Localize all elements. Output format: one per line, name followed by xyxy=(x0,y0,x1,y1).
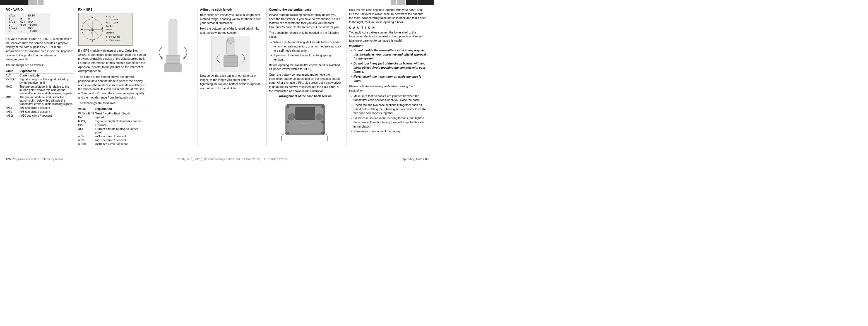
vario-min-label: MIN+500m xyxy=(27,27,38,33)
vario-table-body: ALTCurrent altitudeRXSQSignal strength o… xyxy=(6,73,74,118)
bar-block-1 xyxy=(0,0,17,5)
gps-explanation-cell: m/1 sec climb / descent xyxy=(95,134,147,138)
vario-explanation-cell: The pre-set altitude limit below the lau… xyxy=(20,95,74,106)
gps-description-2: The centre of the screen shows the curre… xyxy=(78,75,147,99)
vario-explanation-cell: m/3 sec climb / descent xyxy=(20,110,74,114)
footer-left: 126 Program description: Telemetry menu xyxy=(6,157,63,161)
vario-table-row: MINThe pre-set altitude limit below the … xyxy=(6,95,74,106)
bar-block-3 xyxy=(29,0,37,5)
opening-title: Opening the transmitter case xyxy=(269,8,342,11)
vario-table: Value Explanation ALTCurrent altitudeRXS… xyxy=(6,69,74,118)
svg-text:ALT    +500m: ALT +500m xyxy=(106,22,118,24)
vario-value-cell: MIN xyxy=(6,95,20,106)
vario-max-label: MAX+500m xyxy=(27,20,38,27)
vario-table-row: MAXThe pre-set altitude limit relative t… xyxy=(6,85,74,95)
separator-1 xyxy=(197,8,198,146)
vario-value-cell: RXSQ xyxy=(6,77,20,85)
footer-right-title: Operating Notes xyxy=(402,157,424,161)
vario-m1s-label: m/1s0 xyxy=(7,14,18,20)
adjusting-para3: Now screw the stick top in or out (short… xyxy=(200,74,261,90)
vario-table-row: ALTCurrent altitude xyxy=(6,73,74,77)
gps-explanation-cell: Signal strength of downlink channel xyxy=(95,119,147,123)
svg-rect-31 xyxy=(224,56,238,67)
gps-table-header: Value Explanation xyxy=(78,107,147,111)
vario-value-cell: m/1s xyxy=(6,106,20,110)
vario-m10s-label: m/10s0 xyxy=(7,27,18,33)
vario-table-header: Value Explanation xyxy=(6,69,74,73)
gps-table-row: W / N / E / SWest / North / East / South xyxy=(78,111,147,115)
opening-para3: Before opening the transmitter check tha… xyxy=(269,63,342,71)
bar-block-5 xyxy=(391,0,396,5)
footer-right: Operating Notes 83 xyxy=(402,157,429,161)
opening-bullets: When a self-neutralising stick needs to … xyxy=(269,40,342,61)
separator-2 xyxy=(267,8,267,146)
vario-h-label: H xyxy=(18,14,27,20)
svg-point-40 xyxy=(288,114,294,120)
opening-para2: The transmitter should only be opened in… xyxy=(269,31,342,39)
gps-table-row: RXSQSignal strength of downlink channel xyxy=(78,119,147,123)
svg-text:0m/3s: 0m/3s xyxy=(106,28,113,31)
vario-m3s-label: m/3s0 xyxy=(7,20,18,27)
gps-table-row: m/10sm/10 sec climb / descent xyxy=(78,142,147,146)
gps-table-body: W / N / E / SWest / North / East / South… xyxy=(78,111,147,146)
header-bar xyxy=(0,0,434,5)
gps-col-explanation: Explanation xyxy=(95,107,147,111)
gps-value-cell: m/1s xyxy=(78,134,95,138)
gps-column: RX + GPS N W E S xyxy=(78,8,151,146)
content-area: RX + VARIO m/1s0 H RXSQ0 m/3s0 ALT+500 M… xyxy=(0,5,434,157)
closing-bullet-1: Make sure that no cables are jammed betw… xyxy=(351,94,427,102)
bar-block-2 xyxy=(17,0,28,5)
svg-text:N  0°00.0000: N 0°00.0000 xyxy=(106,36,121,38)
note-label: Please note the following points when cl… xyxy=(349,84,427,92)
gps-table-row: KmhSpeed xyxy=(78,115,147,119)
bar-block-8 xyxy=(417,0,434,5)
gps-explanation-cell: Current altitude relative to launch poin… xyxy=(95,127,147,134)
gps-value-cell: DIS xyxy=(78,123,95,127)
gps-value-cell: RXSQ xyxy=(78,119,95,123)
caution-title: C A U T I O N xyxy=(349,26,427,29)
vario-description: If a Vario module, Order No. 33601, is c… xyxy=(6,37,74,61)
vario-rxsq-label: RXSQ0 xyxy=(27,14,38,20)
footer-bar: 126 Program description: Telemetry menu … xyxy=(0,155,434,163)
vario-col-value: Value xyxy=(6,69,20,73)
adjusting-para1: Both sticks are infinitely variable in l… xyxy=(200,13,261,25)
adjusting-title: Adjusting stick length xyxy=(200,8,261,11)
svg-point-42 xyxy=(287,106,289,108)
header-bar-right xyxy=(391,0,434,5)
closing-bullet-4: Remember to re-connect the battery. xyxy=(351,129,427,134)
closing-bullet-3: Fit the case screws in the existing thre… xyxy=(351,116,427,128)
vario-value-cell: m/3s xyxy=(6,110,20,114)
svg-rect-38 xyxy=(296,107,315,120)
separator-3 xyxy=(346,8,347,146)
svg-text:0m/10s: 0m/10s xyxy=(106,32,114,34)
svg-point-30 xyxy=(227,37,234,43)
stick-top-image xyxy=(211,36,250,72)
bar-block-4 xyxy=(38,0,43,5)
page-container: RX + VARIO m/1s0 H RXSQ0 m/3s0 ALT+500 M… xyxy=(0,0,434,163)
vario-explanation-cell: m/1 sec climb / descent xyxy=(20,106,74,110)
bar-block-7 xyxy=(406,0,417,5)
important-label: Important: xyxy=(349,44,427,48)
vario-screen-row-2: m/3s0 ALT+500 MAX+500m xyxy=(7,20,38,27)
gps-title: RX + GPS xyxy=(78,8,147,11)
svg-text:0m/1s: 0m/1s xyxy=(106,25,113,27)
footer-left-title: Program description: Telemetry menu xyxy=(12,157,63,161)
svg-text:0: 0 xyxy=(91,32,92,34)
hold-column: Hold the two case sections together with… xyxy=(349,8,427,146)
adjusting-column: Adjusting stick length Both sticks are i… xyxy=(200,8,264,146)
stick-image xyxy=(153,19,192,97)
svg-text:E: E xyxy=(101,28,103,31)
transmitter-image: Graupner xyxy=(280,99,330,144)
gps-value-cell: m/10s xyxy=(78,142,95,146)
opening-bullet-2: If you wish to adjust the stick centring… xyxy=(271,53,342,61)
adjusting-para2: Hold the bottom half of the knurled grip… xyxy=(200,27,261,35)
vario-col-explanation: Explanation xyxy=(20,69,74,73)
svg-rect-23 xyxy=(165,64,181,72)
svg-text:N: N xyxy=(92,16,93,19)
svg-point-44 xyxy=(287,121,289,123)
gps-explanation-cell: Speed xyxy=(95,115,147,119)
vario-explanation-cell: m/10 sec climb / descent xyxy=(20,114,74,118)
svg-point-41 xyxy=(316,114,322,120)
gps-table: Value Explanation W / N / E / SWest / No… xyxy=(78,107,147,146)
svg-text:DIS    +500m: DIS +500m xyxy=(106,19,118,21)
